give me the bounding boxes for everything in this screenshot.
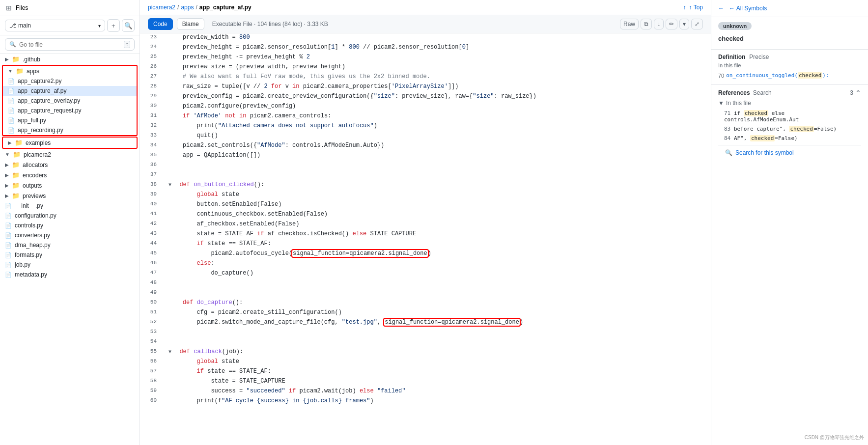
file-icon: 📄 [5,213,12,219]
code-tab[interactable]: Code [148,18,173,30]
code-toolbar: Code Blame Executable File · 104 lines (… [140,15,711,33]
line-content: preview_width = 800 [165,33,711,43]
search-symbol-button[interactable]: 🔍 Search for this symbol [718,145,861,160]
add-file-button[interactable]: + [107,19,120,32]
branch-bar: ⎇ main ▾ + 🔍 [0,16,140,35]
sidebar-item-dma-heap[interactable]: 📄 dma_heap.py [0,240,140,250]
sidebar-item-job[interactable]: 📄 job.py [0,260,140,270]
search-files-button[interactable]: 🔍 [122,19,135,32]
line-content: if state == STATE_AF: [165,240,711,250]
table-row: 40 button.setEnabled(False) [140,200,711,210]
sidebar-item-app-capture-overlay[interactable]: 📄 app_capture_overlay.py [3,96,137,106]
sidebar-item-app-capture-request[interactable]: 📄 app_capture_request.py [3,106,137,115]
copy-button[interactable]: ⧉ [641,19,652,29]
line-content: picam2.switch_mode_and_capture_file(cfg,… [165,318,711,328]
chevron-down-icon: ▼ [718,100,724,107]
search-shortcut: t [124,41,130,48]
table-row: 60 print(f"AF cycle {success} in {job.ca… [140,397,711,407]
line-content: success = "succeeded" if picam2.wait(job… [165,387,711,397]
sidebar-item-configuration[interactable]: 📄 configuration.py [0,211,140,221]
line-content: global state [165,358,711,367]
sidebar-item-app-full[interactable]: 📄 app_full.py [3,115,137,125]
sidebar-item-label: encoders [23,172,47,179]
sidebar-item-formats[interactable]: 📄 formats.py [0,250,140,260]
ref-group-header[interactable]: ▼ In this file [718,100,861,107]
sidebar-item-encoders[interactable]: ▶ 📁 encoders [0,170,140,180]
ref-item-84[interactable]: 84 AF", checked=False) [718,134,861,143]
line-content: preview_size = (preview_width, preview_h… [165,63,711,73]
branch-selector[interactable]: ⎇ main ▾ [5,20,105,31]
reference-count: 3 [850,89,853,96]
sidebar-item-init[interactable]: 📄 __init__.py [0,201,140,211]
breadcrumb-file: app_capture_af.py [199,4,252,11]
file-icon: 📄 [5,222,12,229]
ref-item-71[interactable]: 71 if checked else controls.AfModeEnum.A… [718,109,861,124]
table-row: 58 state = STATE_CAPTURE [140,377,711,387]
table-row: 27 # We also want a full FoV raw mode, t… [140,73,711,83]
branch-icon: ⎇ [9,22,16,29]
breadcrumb-apps[interactable]: apps [181,4,194,11]
line-content [165,338,711,348]
sidebar-item-app-capture2[interactable]: 📄 app_capture2.py [3,76,137,86]
blame-tab[interactable]: Blame [177,18,204,30]
table-row: 52 picam2.switch_mode_and_capture_file(c… [140,318,711,328]
sidebar-item-label: .github [23,56,40,63]
definition-type: Precise [749,54,769,60]
chevron-right-icon: ▶ [5,56,9,62]
table-row: 53 [140,328,711,338]
sidebar-item-label: converters.py [15,232,50,239]
sidebar-item-github[interactable]: ▶ 📁 .github [0,54,140,64]
table-row: 35 app = QApplication([]) [140,151,711,161]
sidebar-item-examples[interactable]: ▶ 📁 examples [3,138,137,148]
sidebar-item-label: examples [26,139,51,146]
line-number: 54 [140,338,165,348]
top-button[interactable]: ↑ ↑ Top [683,4,703,11]
sidebar-item-picamera2[interactable]: ▼ 📁 picamera2 [0,149,140,160]
code-table: 23 preview_width = 800 24 preview_height… [140,33,711,407]
symbol-badge: unknown [718,22,752,30]
sidebar-item-app-capture-af[interactable]: 📄 app_capture_af.py [3,86,137,96]
line-content: raw_size = tuple([v // 2 for v in picam2… [165,83,711,92]
file-tree: ▶ 📁 .github ▼ 📁 apps 📄 app_capture2.py 📄… [0,54,140,445]
references-label: References [718,89,750,96]
raw-button[interactable]: Raw [620,19,639,29]
edit-button[interactable]: ✏ [666,19,677,29]
breadcrumb-repo[interactable]: picamera2 [148,4,175,11]
sidebar-item-label: previews [23,193,46,199]
ref-item-83[interactable]: 83 before capture", checked=False) [718,124,861,134]
sidebar-header: ⊞ Files [0,0,140,16]
sidebar-item-converters[interactable]: 📄 converters.py [0,230,140,240]
collapse-arrow[interactable]: ▼ [168,182,171,188]
grid-icon: ⊞ [5,4,13,12]
collapse-button[interactable]: ⤢ [691,19,703,29]
more-button[interactable]: ▾ [679,19,689,29]
sidebar-item-label: allocators [23,162,48,168]
download-button[interactable]: ↓ [654,19,664,29]
sidebar-item-previews[interactable]: ▶ 📁 previews [0,191,140,201]
back-to-symbols[interactable]: ← ← All Symbols [711,0,868,17]
definition-item[interactable]: 70 on_continuous_toggled(checked): [718,70,861,81]
table-row: 51 cfg = picam2.create_still_configurati… [140,308,711,318]
search-box: 🔍 t [5,38,135,51]
collapse-arrow[interactable]: ▼ [168,349,171,355]
breadcrumb-sep2: / [196,4,197,11]
sidebar-item-label: app_full.py [18,117,46,124]
collapse-references-button[interactable]: ⌃ [855,89,861,97]
sidebar-item-app-recording[interactable]: 📄 app_recording.py [3,125,137,135]
sidebar-item-allocators[interactable]: ▶ 📁 allocators [0,160,140,170]
go-to-file-input[interactable] [19,41,121,48]
table-row: 46 else: [140,259,711,269]
table-row: 59 success = "succeeded" if picam2.wait(… [140,387,711,397]
sidebar-item-controls[interactable]: 📄 controls.py [0,221,140,230]
sidebar-item-outputs[interactable]: ▶ 📁 outputs [0,180,140,191]
file-icon: 📄 [5,242,12,249]
chevron-right-icon: ▶ [5,162,9,167]
top-arrow-icon: ↑ [683,4,686,11]
sidebar-item-apps[interactable]: ▼ 📁 apps [3,66,137,76]
def-line-number: 70 [718,73,724,79]
folder-icon: 📁 [12,56,20,63]
file-icon: 📄 [5,272,12,278]
sidebar-item-metadata[interactable]: 📄 metadata.py [0,270,140,279]
line-number: 37 [140,171,165,181]
references-header: References Search 3 ⌃ [718,89,861,97]
